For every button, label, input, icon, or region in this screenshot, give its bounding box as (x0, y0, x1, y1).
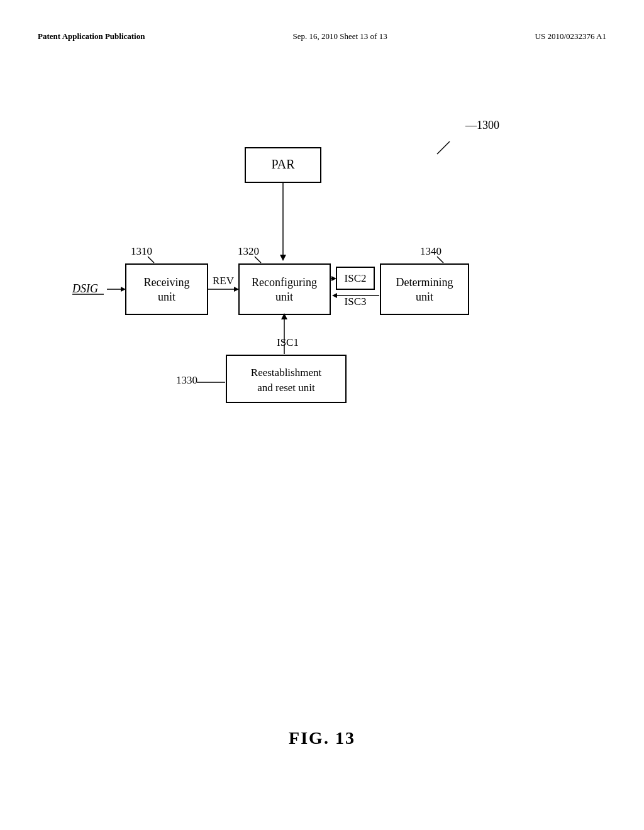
svg-marker-6 (121, 287, 126, 292)
header-publication-type: Patent Application Publication (38, 31, 145, 42)
rev-label: REV (213, 275, 235, 287)
reestablishment-label2: and reset unit (257, 382, 315, 394)
determining-unit-box (380, 264, 469, 314)
par-label: PAR (271, 157, 295, 171)
svg-line-3 (437, 257, 443, 263)
page: Patent Application Publication Sep. 16, … (0, 0, 644, 830)
reconfiguring-unit-label1: Reconfiguring (252, 276, 317, 289)
figure-label: FIG. 13 (289, 728, 355, 748)
isc2-label: ISC2 (345, 272, 367, 284)
svg-line-2 (255, 257, 261, 263)
svg-marker-8 (234, 287, 239, 292)
ref-1330: 1330 (176, 374, 197, 386)
ref-1320: 1320 (238, 245, 259, 257)
par-arrow (280, 255, 286, 261)
reconfiguring-unit-label2: unit (275, 290, 293, 303)
reestablishment-label1: Reestablishment (251, 367, 322, 379)
svg-marker-10 (331, 276, 336, 281)
receiving-unit-box (126, 264, 208, 314)
reconfiguring-unit-box (239, 264, 330, 314)
reestablishment-unit-box (226, 355, 346, 402)
header-patent-number: US 2010/0232376 A1 (535, 31, 606, 42)
header-date-sheet: Sep. 16, 2010 Sheet 13 of 13 (292, 31, 387, 42)
ref-1300-label: —1300 (465, 119, 499, 131)
isc3-label: ISC3 (345, 296, 367, 307)
ref-1340: 1340 (420, 245, 441, 257)
svg-marker-12 (332, 293, 337, 298)
ref-1310: 1310 (131, 245, 152, 257)
svg-line-1 (148, 257, 154, 263)
isc1-label: ISC1 (277, 336, 299, 348)
page-header: Patent Application Publication Sep. 16, … (38, 31, 606, 42)
receiving-unit-label1: Receiving (144, 276, 190, 289)
diagram-svg: —1300 PAR 1310 1320 1340 Receiving unit … (38, 94, 606, 660)
receiving-unit-label2: unit (158, 290, 175, 303)
dsig-label: DSIG (72, 282, 98, 295)
determining-unit-label2: unit (416, 290, 433, 303)
determining-unit-label1: Determining (396, 276, 453, 289)
svg-line-0 (437, 141, 450, 154)
